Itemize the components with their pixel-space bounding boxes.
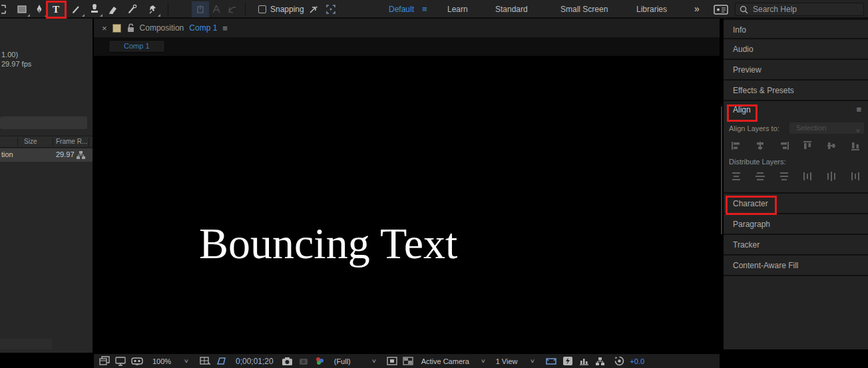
search-icon	[740, 5, 748, 14]
column-size[interactable]: Size	[24, 138, 37, 145]
layered-windows-icon[interactable]	[99, 356, 110, 366]
show-snapshot-icon[interactable]	[298, 357, 309, 366]
align-bottom-button[interactable]	[847, 138, 864, 153]
view-layout-value: 1 View	[496, 357, 518, 365]
roto-brush-tool[interactable]	[124, 1, 141, 17]
distribute-left-button[interactable]	[799, 169, 816, 184]
workspace-overflow-chevron[interactable]: »	[694, 0, 699, 19]
workspace-learn[interactable]: Learn	[447, 0, 468, 19]
rectangle-tool[interactable]	[13, 1, 31, 17]
help-search-field[interactable]	[735, 3, 864, 16]
align-selection-dropdown[interactable]: Selection ∨	[789, 122, 864, 134]
magnification-dropdown[interactable]: 100% ∨	[152, 357, 188, 365]
snapshot-camera-icon[interactable]	[282, 357, 293, 366]
align-right-button[interactable]	[775, 138, 793, 153]
svg-text:T: T	[53, 4, 59, 15]
grid-guides-icon[interactable]	[199, 356, 210, 366]
distribute-center-horizontal-button[interactable]	[823, 169, 840, 184]
empty-panel-area	[724, 276, 868, 349]
clone-stamp-tool[interactable]	[86, 1, 103, 17]
project-column-headers[interactable]: Size Frame R...	[0, 136, 93, 148]
chevron-down-icon: ∨	[371, 358, 377, 364]
canvas-text-layer[interactable]: Bouncing Text	[199, 218, 457, 269]
fast-previews-icon[interactable]	[562, 356, 573, 366]
align-layers-label: Align Layers to:	[729, 124, 779, 132]
align-buttons-row	[728, 138, 864, 153]
unlock-icon[interactable]	[126, 23, 134, 33]
puppet-pin-tool[interactable]	[144, 1, 161, 17]
panel-tab-audio[interactable]: Audio	[724, 39, 868, 60]
monitor-icon[interactable]	[115, 356, 126, 366]
project-panel: 1.00) 29.97 fps Size Frame R... tion 29.…	[0, 19, 93, 353]
distribute-center-vertical-button[interactable]	[752, 169, 769, 184]
close-panel-icon[interactable]: ×	[102, 23, 107, 33]
workspace-libraries[interactable]: Libraries	[636, 0, 667, 19]
pixel-aspect-correction-icon[interactable]	[545, 357, 557, 366]
workspace-standard[interactable]: Standard	[495, 0, 528, 19]
brush-tool[interactable]	[68, 1, 85, 17]
project-filter-box[interactable]	[0, 116, 87, 129]
workspace-small-screen[interactable]: Small Screen	[560, 0, 608, 19]
reset-exposure-icon[interactable]	[614, 356, 624, 366]
align-center-vertical-button[interactable]	[823, 138, 840, 153]
distribute-buttons-row	[728, 169, 864, 184]
workspace-menu-icon[interactable]: ≡	[422, 0, 427, 19]
right-panel-stack: Info Audio Preview Effects & Presets Ali…	[724, 19, 868, 368]
comp-zoom-factor: 1.00)	[1, 51, 18, 59]
active-comp-name[interactable]: Comp 1	[189, 23, 217, 33]
mini-flowchart-icon[interactable]	[595, 357, 605, 366]
chevron-down-icon: ∨	[855, 125, 861, 136]
timeline-icon[interactable]	[578, 357, 590, 366]
pen-tool[interactable]	[31, 1, 48, 17]
rgb-channels-icon[interactable]	[314, 356, 325, 366]
chevron-down-icon: ∨	[481, 358, 486, 364]
sidebar-scrollbar[interactable]	[721, 106, 722, 234]
panel-tab-info[interactable]: Info	[724, 19, 868, 39]
bottom-left-panel-tab[interactable]	[0, 339, 52, 349]
project-item-row[interactable]: tion 29.97	[0, 148, 93, 162]
panel-tab-preview[interactable]: Preview	[724, 60, 868, 81]
axis-mode-world-icon[interactable]	[208, 1, 225, 17]
align-center-horizontal-button[interactable]	[752, 138, 769, 153]
item-frame-rate: 29.97	[56, 150, 75, 158]
comp-frame-rate: 29.97 fps	[1, 60, 31, 68]
distribute-right-button[interactable]	[847, 169, 864, 184]
viewer-tab-comp1[interactable]: Comp 1	[108, 40, 165, 53]
panel-tab-effects-presets[interactable]: Effects & Presets	[724, 81, 868, 101]
panel-tab-content-aware-fill[interactable]: Content-Aware Fill	[724, 256, 868, 276]
align-panel-menu-icon[interactable]: ≡	[856, 104, 861, 114]
chevron-down-icon: ∨	[184, 358, 189, 364]
align-panel-title[interactable]: Align	[733, 105, 751, 114]
capture-frame-icon[interactable]	[322, 1, 339, 17]
mask-visibility-icon[interactable]	[216, 356, 228, 366]
marquee-tool-icon[interactable]	[0, 1, 11, 17]
distribute-bottom-button[interactable]	[775, 169, 793, 184]
panel-tab-character[interactable]: Character	[724, 194, 868, 214]
exposure-value[interactable]: +0.0	[630, 357, 644, 365]
panel-tab-paragraph[interactable]: Paragraph	[724, 214, 868, 235]
eraser-tool[interactable]	[104, 1, 121, 17]
media-browser-icon[interactable]	[712, 1, 730, 17]
axis-mode-local-icon[interactable]	[192, 1, 209, 17]
vr-goggles-icon[interactable]	[131, 357, 143, 366]
view-layout-dropdown[interactable]: 1 View ∨	[496, 357, 535, 365]
snap-direction-icon[interactable]	[305, 1, 322, 17]
workspace-default[interactable]: Default	[389, 0, 414, 19]
snapping-checkbox[interactable]	[258, 5, 266, 13]
axis-mode-view-icon[interactable]	[224, 1, 241, 17]
resolution-dropdown[interactable]: (Full) ∨	[334, 357, 376, 365]
align-left-button[interactable]	[728, 138, 745, 153]
search-input[interactable]	[753, 5, 846, 14]
panel-tab-tracker[interactable]: Tracker	[724, 235, 868, 256]
region-of-interest-icon[interactable]	[387, 356, 397, 366]
type-tool[interactable]: T	[47, 1, 65, 17]
panel-title[interactable]: Composition	[140, 23, 184, 33]
3d-view-dropdown[interactable]: Active Camera ∨	[421, 357, 485, 365]
panel-menu-icon[interactable]: ≡	[222, 23, 228, 33]
transparency-grid-icon[interactable]	[403, 356, 413, 366]
current-timecode[interactable]: 0;00;01;20	[236, 357, 274, 366]
align-top-button[interactable]	[799, 138, 816, 153]
composition-canvas[interactable]: Bouncing Text	[94, 56, 720, 354]
distribute-top-button[interactable]	[728, 169, 745, 184]
column-frame-rate[interactable]: Frame R...	[56, 138, 87, 145]
